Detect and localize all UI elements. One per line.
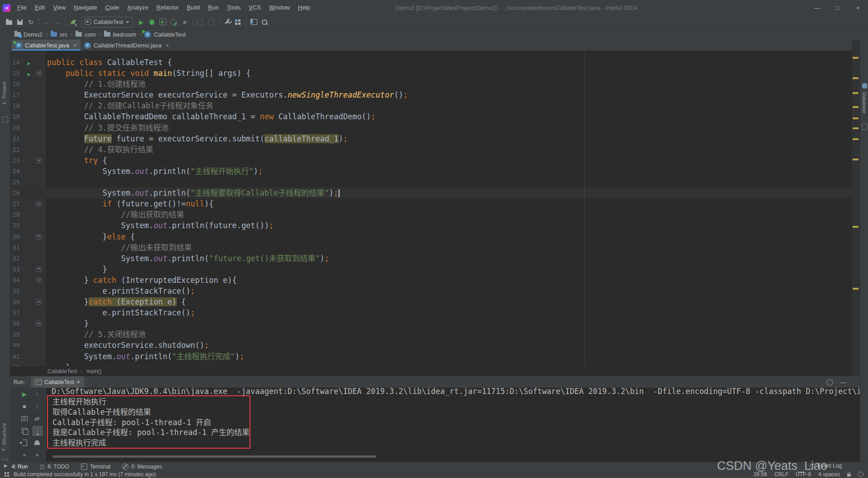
hide-panel-icon[interactable]: — [840, 379, 846, 386]
back-button[interactable]: ← [41, 17, 52, 27]
breadcrumb-item[interactable]: bedroom [104, 31, 136, 38]
database-icon[interactable] [862, 83, 867, 89]
exit-icon [22, 440, 27, 446]
coverage-button[interactable] [157, 17, 168, 27]
toolwindow-button-run[interactable]: 4: Run [4, 464, 28, 470]
close-icon[interactable]: × [165, 42, 169, 49]
run-config-selector[interactable]: CallableTest [81, 17, 133, 28]
code-editor[interactable]: 14▶public class CallableTest {15▶ public… [10, 51, 852, 366]
warning-stripe-mark[interactable] [853, 288, 859, 290]
warning-stripe-mark[interactable] [853, 159, 859, 160]
warning-stripe-mark[interactable] [853, 106, 859, 108]
editor-line: 15▶ public static void main(String[] arg… [10, 68, 852, 79]
breadcrumb-item[interactable]: src [51, 31, 67, 38]
more-actions-button[interactable]: » [20, 450, 29, 459]
thread-dump-button[interactable] [20, 414, 29, 423]
tool-window-switcher-icon[interactable] [5, 472, 9, 477]
sidebar-item-project[interactable]: 1: Project [1, 81, 7, 104]
fold-icon[interactable] [36, 277, 42, 283]
run-line-icon[interactable]: ▶ [28, 71, 31, 77]
menu-item-tools[interactable]: Tools [223, 0, 245, 15]
close-icon[interactable]: × [73, 42, 77, 49]
menu-item-navigate[interactable]: Navigate [70, 0, 101, 15]
menu-item-vcs[interactable]: VCS [245, 0, 265, 15]
menu-item-window[interactable]: Window [265, 0, 294, 15]
breadcrumb-class[interactable]: CallableTest [47, 368, 77, 375]
menu-item-analyze[interactable]: Analyze [123, 0, 152, 15]
warning-stripe-mark[interactable] [853, 77, 859, 79]
fold-icon[interactable] [36, 234, 42, 239]
restore-layout-button[interactable] [248, 17, 259, 27]
run-console[interactable]: D:\Software\Java\JDK9.0.4\bin\java.exe -… [46, 388, 860, 462]
gutter-icon-slot [24, 242, 34, 253]
print-button[interactable] [33, 438, 42, 447]
warning-stripe-mark[interactable] [853, 92, 859, 94]
warning-stripe-mark[interactable] [853, 117, 859, 119]
detach-button[interactable] [20, 438, 29, 447]
menu-item-code[interactable]: Code [101, 0, 123, 15]
breadcrumb-item[interactable]: Demo2 [14, 31, 42, 38]
editor-tab[interactable]: CCallableThreadDemo.java× [80, 40, 173, 51]
settings-button[interactable] [222, 17, 232, 27]
search-everywhere-button[interactable] [259, 17, 270, 27]
editor-tab[interactable]: CCallableTest.java× [12, 40, 80, 51]
restore-layout-console-button[interactable] [20, 426, 29, 435]
menu-item-view[interactable]: View [49, 0, 70, 15]
right-strip-icon[interactable] [862, 124, 868, 130]
open-button[interactable] [4, 17, 14, 27]
menu-item-build[interactable]: Build [183, 0, 204, 15]
debug-button[interactable] [146, 17, 157, 27]
menu-item-file[interactable]: File [13, 0, 31, 15]
code-text: System.out.println(future.get()); [47, 220, 274, 231]
fold-icon[interactable] [36, 321, 42, 326]
toolwindow-button-messages[interactable]: 0: Messages [122, 464, 162, 470]
menu-item-refactor[interactable]: Refactor [152, 0, 183, 15]
build-button[interactable] [68, 17, 79, 27]
toolwindow-button-todo[interactable]: 6: TODO [39, 464, 69, 470]
down-stack-trace-button[interactable]: ↓ [33, 402, 42, 411]
sync-button[interactable]: ↻ [25, 17, 36, 27]
inspections-icon[interactable] [858, 472, 863, 477]
sidebar-item-structure[interactable]: 7: Structure [1, 423, 7, 451]
fold-slot [34, 351, 43, 362]
run-console-tab[interactable]: CallableTest × [31, 376, 84, 388]
close-icon[interactable]: × [77, 379, 80, 385]
gear-icon[interactable] [826, 379, 833, 386]
fold-icon[interactable] [36, 158, 42, 163]
warning-stripe-mark[interactable] [853, 138, 859, 140]
sidebar-item-database[interactable]: Database [862, 92, 867, 113]
breadcrumb-item[interactable]: com [75, 31, 96, 38]
warning-stripe-mark[interactable] [853, 226, 859, 228]
run-button[interactable]: ▶ [136, 17, 146, 27]
menu-item-run[interactable]: Run [204, 0, 223, 15]
menu-item-help[interactable]: Help [294, 0, 314, 15]
up-stack-trace-button[interactable]: ↑ [33, 389, 42, 398]
maximize-button[interactable]: □ [827, 0, 848, 15]
toolwindow-button-terminal[interactable]: Terminal [81, 464, 110, 470]
profiler-button[interactable] [168, 17, 179, 27]
warning-stripe-mark[interactable] [853, 57, 859, 59]
fold-icon[interactable] [36, 299, 42, 305]
horizontal-scrollbar[interactable] [52, 455, 376, 458]
breadcrumb-method[interactable]: main() [86, 368, 101, 375]
close-button[interactable]: × [848, 0, 868, 15]
lock-icon[interactable] [847, 474, 851, 477]
fold-icon[interactable] [36, 201, 42, 206]
forward-button[interactable]: → [52, 17, 63, 27]
line-number: 15 [10, 68, 24, 79]
save-button[interactable] [14, 17, 25, 27]
fold-icon[interactable] [36, 70, 42, 76]
project-structure-button[interactable] [232, 17, 243, 27]
minimize-button[interactable]: — [807, 0, 827, 15]
breadcrumb-item[interactable]: CCallableTest [144, 31, 186, 38]
fold-icon[interactable] [36, 267, 42, 272]
warning-stripe-mark[interactable] [853, 127, 859, 129]
rerun-button[interactable]: ▶ [20, 389, 29, 398]
more-actions-button[interactable]: » [33, 450, 42, 459]
soft-wrap-button[interactable]: ⇄ [33, 414, 42, 423]
scroll-to-end-button[interactable]: ↓ [33, 426, 42, 436]
run-line-icon[interactable]: ▶ [28, 61, 31, 66]
error-stripe[interactable] [852, 40, 860, 376]
left-strip-icon[interactable] [2, 117, 8, 122]
menu-item-edit[interactable]: Edit [31, 0, 49, 15]
